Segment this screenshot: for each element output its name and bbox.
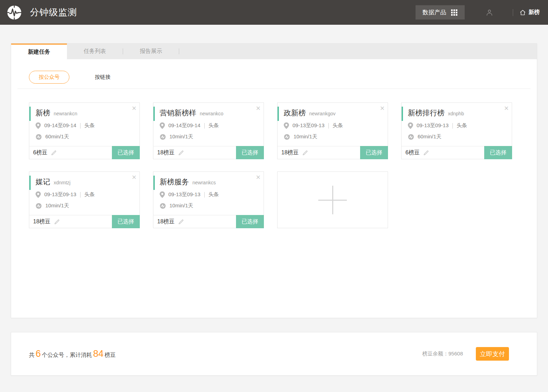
pencil-icon[interactable] (423, 149, 429, 156)
account-name: 营销新榜样 (160, 108, 196, 118)
close-icon[interactable]: × (504, 104, 509, 113)
date-range: 09-14至09-14 (44, 122, 76, 129)
tab-divider (179, 48, 179, 54)
frequency-row: 10min/1天 (284, 133, 388, 140)
card-accent-bar (29, 176, 31, 190)
map-pin-icon (160, 191, 165, 198)
pay-now-button[interactable]: 立即支付 (476, 347, 509, 361)
selected-button[interactable]: 已选择 (112, 215, 140, 228)
card-footer: 6榜豆 已选择 (402, 146, 512, 159)
date-row: 09-13至09-13 头条 (36, 191, 139, 198)
close-icon[interactable]: × (256, 173, 260, 182)
close-icon[interactable]: × (256, 104, 260, 113)
balance-label: 榜豆余额：95608 (422, 351, 463, 357)
filter-row: 按公众号 按链接 (29, 71, 537, 84)
frequency-row: 10min/1天 (160, 202, 264, 209)
close-icon[interactable]: × (132, 104, 136, 113)
grid-icon (451, 9, 458, 16)
sync-pulse-icon (160, 203, 166, 209)
total-cost: 84 (93, 348, 104, 359)
date-range: 09-13至09-13 (168, 191, 200, 198)
home-link-label: 新榜 (528, 9, 540, 16)
account-card: × 营销新榜样 newrankco 09-14至09-14 头条 10min/1… (153, 102, 264, 159)
filter-by-account-button[interactable]: 按公众号 (29, 71, 69, 84)
pencil-icon[interactable] (51, 149, 57, 156)
frequency-label: 60min/1天 (45, 133, 69, 140)
channel-label: 头条 (333, 122, 343, 129)
checkout-bar: 共 6 个公众号，累计消耗 84 榜豆 榜豆余额：95608 立即支付 (11, 332, 537, 376)
frequency-label: 60min/1天 (418, 133, 441, 140)
card-footer: 18榜豆 已选择 (277, 146, 388, 159)
account-card: × 政新榜 newrankgov 09-13至09-13 头条 10min/1天 (277, 102, 388, 159)
selected-button[interactable]: 已选择 (360, 146, 388, 159)
sync-pulse-icon (36, 203, 42, 209)
close-icon[interactable]: × (380, 104, 385, 113)
account-name: 新榜排行榜 (408, 108, 444, 118)
cost-label: 6榜豆 (405, 149, 420, 156)
selected-button[interactable]: 已选择 (236, 146, 264, 159)
date-row: 09-13至09-13 头条 (160, 191, 264, 198)
map-pin-icon (36, 122, 41, 129)
tab-bar: 新建任务 任务列表 报告展示 (11, 44, 537, 59)
cost-label: 18榜豆 (157, 218, 175, 225)
date-range: 09-14至09-14 (168, 122, 200, 129)
frequency-row: 10min/1天 (36, 202, 139, 209)
date-range: 09-13至09-13 (44, 191, 76, 198)
frequency-label: 10min/1天 (169, 202, 193, 209)
pencil-icon[interactable] (178, 149, 184, 156)
data-products-button[interactable]: 数据产品 (416, 5, 465, 20)
tab-report[interactable]: 报告展示 (123, 44, 179, 59)
account-id: xdnphb (448, 111, 464, 116)
card-head: 政新榜 newrankgov (277, 103, 388, 118)
card-accent-bar (402, 107, 403, 121)
sync-pulse-icon (36, 134, 42, 140)
tab-task-list[interactable]: 任务列表 (67, 44, 123, 59)
selected-button[interactable]: 已选择 (484, 146, 512, 159)
pencil-icon[interactable] (178, 218, 184, 225)
cost-label: 18榜豆 (281, 149, 299, 156)
account-name: 政新榜 (284, 108, 306, 118)
card-footer: 6榜豆 已选择 (29, 146, 139, 159)
add-account-card[interactable] (277, 171, 388, 228)
app-logo-pulse-icon (6, 5, 22, 21)
channel-label: 头条 (84, 191, 95, 198)
card-head: 新榜服务 newrankcs (153, 172, 264, 187)
date-row: 09-14至09-14 头条 (160, 122, 264, 129)
map-pin-icon (36, 191, 41, 198)
account-name: 新榜 (36, 108, 50, 118)
page-title: 分钟级监测 (30, 6, 77, 18)
card-accent-bar (277, 107, 279, 121)
sync-pulse-icon (160, 134, 166, 140)
row-divider (80, 192, 81, 198)
tab-new-task[interactable]: 新建任务 (11, 44, 67, 59)
date-row: 09-13至09-13 头条 (408, 122, 512, 129)
home-link[interactable]: 新榜 (519, 9, 540, 16)
date-row: 09-13至09-13 头条 (284, 122, 388, 129)
date-range: 09-13至09-13 (292, 122, 325, 129)
selected-button[interactable]: 已选择 (112, 146, 140, 159)
account-id: newrankcn (54, 111, 77, 116)
map-pin-icon (408, 122, 413, 129)
card-accent-bar (153, 107, 155, 121)
app-header: 分钟级监测 数据产品 新榜 (0, 0, 548, 25)
map-pin-icon (160, 122, 165, 129)
row-divider (328, 123, 329, 129)
row-divider (204, 192, 205, 198)
frequency-row: 60min/1天 (408, 133, 512, 140)
filter-by-link-button[interactable]: 按链接 (95, 74, 111, 80)
user-icon[interactable] (486, 9, 493, 16)
card-head: 新榜 newrankcn (29, 103, 139, 118)
card-footer: 18榜豆 已选择 (153, 146, 264, 159)
selected-button[interactable]: 已选择 (236, 215, 264, 228)
data-products-label: 数据产品 (423, 8, 446, 16)
channel-label: 头条 (208, 191, 219, 198)
account-count: 6 (36, 348, 41, 359)
pencil-icon[interactable] (302, 149, 309, 156)
account-card-grid: × 新榜 newrankcn 09-14至09-14 头条 60min/1天 (11, 89, 537, 240)
row-divider (80, 123, 81, 129)
frequency-label: 10min/1天 (45, 202, 69, 209)
pencil-icon[interactable] (54, 218, 60, 225)
close-icon[interactable]: × (132, 173, 136, 182)
account-name: 新榜服务 (160, 177, 189, 187)
date-row: 09-14至09-14 头条 (36, 122, 139, 129)
